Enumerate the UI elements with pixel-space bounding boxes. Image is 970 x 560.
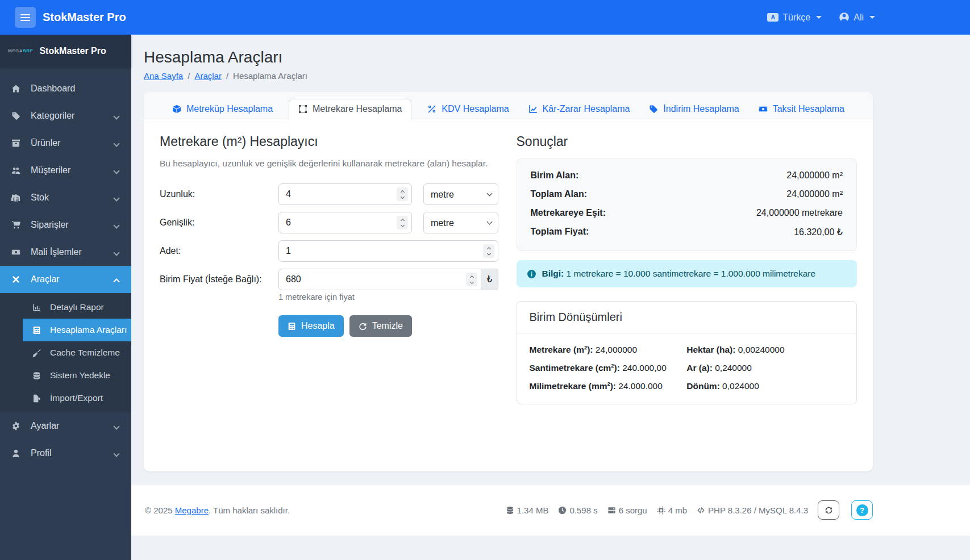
ram-stat: 4 mb	[657, 505, 687, 515]
info-alert: Bilgi: 1 metrekare = 10.000 santimetreka…	[517, 260, 857, 287]
sidebar-brand-label: StokMaster Pro	[39, 46, 106, 56]
breadcrumb: Ana Sayfa / Araçlar / Hesaplama Araçları	[144, 71, 873, 81]
user-dropdown[interactable]: Ali	[839, 12, 875, 23]
calculator-icon	[32, 326, 46, 335]
sidebar-item-ayarlar[interactable]: Ayarlar	[0, 412, 131, 440]
sidebar-brand[interactable]: MEGABRE StokMaster Pro	[0, 35, 131, 67]
tab-metrekup-hesaplama[interactable]: Metreküp Hesaplama	[169, 99, 276, 119]
file-export-icon	[32, 394, 46, 403]
refresh-button[interactable]	[818, 500, 839, 520]
hamburger-icon	[20, 14, 30, 21]
redo-icon	[359, 322, 367, 331]
help-button[interactable]: ?	[851, 500, 873, 520]
copyright: © 2025 Megabre. Tüm hakları saklıdır.	[145, 505, 290, 515]
main-content: Hesaplama Araçları Ana Sayfa / Araçlar /…	[131, 35, 970, 560]
user-label: Ali	[854, 12, 864, 23]
tab-metrekare-hesaplama[interactable]: Metrekare Hesaplama	[289, 99, 411, 119]
quantity-input[interactable]	[278, 240, 498, 262]
users-icon	[11, 166, 26, 175]
user-icon	[11, 449, 26, 458]
tab-indirim-hesaplama[interactable]: İndirim Hesaplama	[646, 99, 742, 119]
conversion-row: Santimetrekare (cm²): 240.000,00	[530, 363, 687, 373]
width-unit-select[interactable]: metre	[423, 212, 498, 233]
results-box: Birim Alan: 24,000000 m² Toplam Alan: 24…	[517, 158, 857, 251]
caret-down-icon	[869, 16, 875, 19]
tab-kdv-hesaplama[interactable]: KDV Hesaplama	[424, 99, 512, 119]
results-panel: Sonuçlar Birim Alan: 24,000000 m² Toplam…	[517, 134, 857, 404]
database-icon	[506, 506, 514, 515]
unit-price-help: 1 metrekare için fiyat	[278, 292, 501, 302]
vector-square-icon	[298, 105, 307, 114]
money-icon	[11, 248, 26, 257]
tab-kar-zarar-hesaplama[interactable]: Kâr-Zarar Hesaplama	[525, 99, 634, 119]
money-check-icon	[759, 105, 768, 114]
calculator-title: Metrekare (m²) Hesaplayıcı	[160, 134, 501, 149]
time-stat: 0.598 s	[558, 505, 597, 515]
conversion-row: Metrekare (m²): 24,000000	[530, 345, 687, 355]
length-input[interactable]	[278, 183, 412, 205]
conversion-row: Dönüm: 0,024000	[686, 381, 844, 391]
language-dropdown[interactable]: A Türkçe	[767, 12, 822, 23]
info-text: 1 metrekare = 10.000 santimetrekare = 1.…	[567, 269, 816, 278]
chevron-down-icon	[114, 138, 119, 148]
percent-icon	[427, 105, 436, 114]
submenu-item-hesaplama-araclari[interactable]: Hesaplama Araçları	[23, 319, 131, 341]
quantity-spinner[interactable]	[483, 244, 494, 258]
sidebar-item-araclar[interactable]: Araçlar	[0, 266, 131, 293]
chevron-down-icon	[114, 421, 119, 431]
language-label: Türkçe	[782, 12, 810, 23]
width-spinner[interactable]	[397, 216, 408, 229]
calculator-description: Bu hesaplayıcı, uzunluk ve genişlik değe…	[160, 158, 501, 169]
broom-icon	[32, 349, 46, 357]
info-label: Bilgi:	[542, 269, 564, 278]
warehouse-icon	[11, 193, 26, 202]
unit-conversions-card: Birim Dönüşümleri Metrekare (m²): 24,000…	[517, 301, 857, 404]
sidebar-item-dashboard[interactable]: Dashboard	[0, 75, 131, 102]
sidebar-item-siparisler[interactable]: Siparişler	[0, 211, 131, 239]
tools-icon	[11, 275, 26, 284]
length-unit-select[interactable]: metre	[423, 183, 498, 205]
sidebar-item-profil[interactable]: Profil	[0, 440, 131, 467]
sidebar-item-stok[interactable]: Stok	[0, 184, 131, 211]
unit-price-input[interactable]	[278, 269, 481, 290]
width-label: Genişlik:	[160, 218, 278, 228]
length-spinner[interactable]	[397, 187, 408, 201]
server-icon	[607, 506, 616, 515]
sidebar-item-kategoriler[interactable]: Kategoriler	[0, 102, 131, 129]
top-navbar: StokMaster Pro A Türkçe Ali	[0, 0, 970, 35]
clear-button[interactable]: Temizle	[349, 315, 412, 337]
breadcrumb-current: Hesaplama Araçları	[233, 71, 307, 81]
chevron-down-icon	[114, 165, 119, 175]
tab-taksit-hesaplama[interactable]: Taksit Hesaplama	[755, 99, 848, 119]
unit-price-spinner[interactable]	[466, 273, 477, 286]
submenu-item-cache-temizleme[interactable]: Cache Temizleme	[0, 341, 131, 364]
hamburger-menu-button[interactable]	[15, 7, 36, 28]
box-icon	[11, 139, 26, 148]
translate-icon: A	[767, 13, 779, 22]
calculator-form: Metrekare (m²) Hesaplayıcı Bu hesaplayıc…	[160, 134, 501, 404]
sidebar: MEGABRE StokMaster Pro Dashboard Kategor…	[0, 35, 131, 560]
megabre-logo: MEGABRE	[8, 48, 33, 53]
chevron-down-icon	[114, 448, 119, 458]
width-input[interactable]	[278, 212, 412, 233]
gear-icon	[11, 421, 26, 431]
submenu-item-import-export[interactable]: İmport/Export	[0, 387, 131, 409]
sidebar-item-mali-islemler[interactable]: Mali İşlemler	[0, 239, 131, 266]
megabre-link[interactable]: Megabre	[175, 505, 209, 515]
navbar-brand[interactable]: StokMaster Pro	[43, 11, 126, 24]
calculator-icon	[288, 322, 296, 331]
person-circle-icon	[839, 12, 850, 23]
breadcrumb-ana-sayfa[interactable]: Ana Sayfa	[144, 71, 183, 81]
submenu-item-sistem-yedekle[interactable]: Sistem Yedekle	[0, 364, 131, 387]
sidebar-item-musteriler[interactable]: Müşteriler	[0, 157, 131, 184]
breadcrumb-araclar[interactable]: Araçlar	[194, 71, 222, 81]
sidebar-item-urunler[interactable]: Ürünler	[0, 129, 131, 157]
calculate-button[interactable]: Hesapla	[278, 315, 344, 337]
info-circle-icon	[527, 269, 536, 279]
code-icon	[697, 506, 705, 515]
chart-bar-icon	[32, 303, 46, 312]
footer: © 2025 Megabre. Tüm hakları saklıdır. 1.…	[131, 484, 970, 536]
submenu-item-detayli-rapor[interactable]: Detaylı Rapor	[0, 296, 131, 319]
conversion-row: Hektar (ha): 0,00240000	[686, 345, 844, 355]
home-icon	[11, 84, 26, 93]
